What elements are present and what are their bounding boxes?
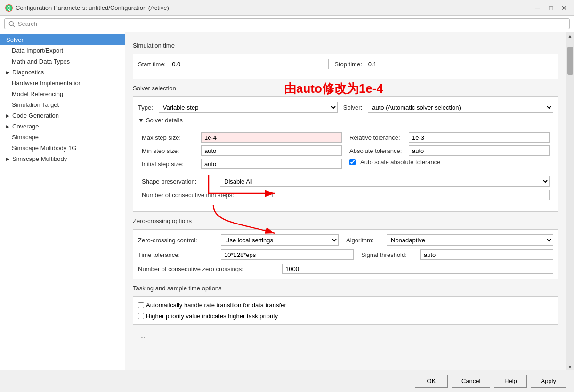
auto-rate-checkbox[interactable] [138, 302, 144, 308]
auto-scale-checkbox[interactable] [349, 159, 356, 165]
content-area: Simulation time Start time: Stop time: [125, 32, 566, 370]
window-title: Configuration Parameters: untitled/Confi… [16, 4, 169, 11]
main-window: Q Configuration Parameters: untitled/Con… [0, 0, 574, 392]
scroll-down-btn[interactable]: ▼ [567, 363, 574, 370]
search-input[interactable] [18, 20, 566, 27]
cancel-button[interactable]: Cancel [452, 375, 490, 388]
sidebar-item-data-import[interactable]: Data Import/Export [0, 45, 125, 56]
rel-tol-label: Relative tolerance: [349, 134, 406, 141]
sidebar-item-simscape-mb-1g[interactable]: Simscape Multibody 1G [0, 143, 125, 153]
consec-zero-input[interactable] [282, 264, 553, 274]
right-col: Relative tolerance: Absolute tolerance: [349, 132, 550, 172]
shape-preservation-label: Shape preservation: [142, 178, 217, 185]
zero-crossing-title: Zero-crossing options [133, 217, 558, 224]
content-scroll-wrapper: Simulation time Start time: Stop time: [125, 32, 574, 370]
title-bar-left: Q Configuration Parameters: untitled/Con… [5, 4, 169, 12]
solver-select[interactable]: auto (Automatic solver selection) [368, 102, 553, 113]
sidebar-simscape-mb-label: Simscape Multibody [12, 155, 67, 162]
algorithm-select[interactable]: Nonadaptive [387, 234, 553, 246]
sidebar-item-hardware[interactable]: Hardware Implementation [0, 78, 125, 88]
maximize-button[interactable]: □ [546, 3, 556, 13]
auto-rate-row: Automatically handle rate transition for… [138, 302, 553, 309]
signal-threshold-input[interactable] [420, 249, 553, 260]
sidebar-item-model-ref[interactable]: Model Referencing [0, 88, 125, 99]
max-step-row: Max step size: [142, 132, 342, 143]
minimize-button[interactable]: ─ [533, 3, 542, 13]
min-step-row: Min step size: [142, 145, 342, 156]
sidebar-coverage-label: Coverage [12, 123, 39, 130]
min-step-label: Min step size: [142, 147, 198, 154]
collapse-icon: ▼ [138, 117, 144, 124]
simulation-time-section: Start time: Stop time: [138, 59, 553, 69]
close-button[interactable]: ✕ [559, 3, 569, 13]
initial-step-label: Initial step size: [142, 160, 198, 168]
simulation-time-title: Simulation time [133, 42, 558, 49]
tasking-title: Tasking and sample time options [133, 285, 558, 292]
app-icon: Q [5, 4, 13, 12]
apply-button[interactable]: Apply [531, 375, 566, 388]
bottom-dots: ... [133, 330, 558, 341]
stop-time-input[interactable] [365, 59, 525, 69]
consec-min-steps-input[interactable] [267, 190, 550, 200]
time-tol-input[interactable] [221, 249, 354, 260]
max-step-input[interactable] [201, 132, 342, 143]
sidebar-item-simscape-mb[interactable]: Simscape Multibody [0, 153, 125, 164]
algorithm-label: Algorithm: [346, 237, 384, 244]
help-button[interactable]: Help [494, 375, 527, 388]
svg-text:Q: Q [7, 6, 11, 11]
left-col: Max step size: Min step size: Initial st… [142, 132, 342, 172]
scrollbar[interactable]: ▲ ▼ [566, 32, 574, 370]
search-bar [0, 16, 574, 32]
main-area: Solver Data Import/Export Math and Data … [0, 32, 574, 370]
rel-tol-input[interactable] [409, 132, 550, 143]
svg-line-3 [13, 25, 14, 26]
solver-details-label: Solver details [146, 117, 183, 124]
svg-point-2 [9, 21, 13, 25]
consec-min-steps-label: Number of consecutive min steps: [142, 192, 264, 199]
sidebar-item-simscape[interactable]: Simscape [0, 132, 125, 143]
higher-priority-label: Higher priority value indicates higher t… [146, 312, 278, 320]
time-tol-row: Time tolerance: Signal threshold: [138, 249, 553, 260]
zero-crossing-control-select[interactable]: Use local settings [221, 234, 339, 246]
time-tol-label: Time tolerance: [138, 251, 218, 258]
solver-selection-title: Solver selection [133, 85, 558, 92]
type-select[interactable]: Variable-step [159, 102, 338, 113]
sidebar-solver-label: Solver [6, 36, 24, 43]
sidebar-item-sim-target[interactable]: Simulation Target [0, 99, 125, 110]
sidebar-item-math-data[interactable]: Math and Data Types [0, 56, 125, 67]
abs-tol-input[interactable] [409, 145, 550, 156]
solver-details-content: Max step size: Min step size: Initial st… [138, 128, 553, 207]
sidebar-item-diagnostics[interactable]: Diagnostics [0, 67, 125, 78]
sidebar-math-data-label: Math and Data Types [12, 58, 70, 65]
sidebar-simscape-mb-1g-label: Simscape Multibody 1G [12, 144, 76, 152]
solver-selection-row: Type: Variable-step Solver: auto (Automa… [138, 102, 553, 113]
auto-rate-label: Automatically handle rate transition for… [146, 302, 286, 309]
ok-button[interactable]: OK [415, 375, 448, 388]
initial-step-row: Initial step size: [142, 159, 342, 169]
scrollbar-thumb[interactable] [567, 47, 573, 75]
consec-zero-label: Number of consecutive zero crossings: [138, 265, 279, 272]
max-step-label: Max step size: [142, 134, 198, 141]
auto-scale-label: Auto scale absolute tolerance [360, 159, 441, 166]
zero-crossing-control-label: Zero-crossing control: [138, 237, 218, 244]
start-time-input[interactable] [169, 59, 329, 69]
higher-priority-checkbox[interactable] [138, 313, 144, 319]
min-step-input[interactable] [201, 145, 342, 156]
shape-preservation-row: Shape preservation: Disable All [142, 176, 550, 187]
start-time-field: Start time: [138, 59, 329, 69]
sidebar-simscape-label: Simscape [12, 134, 39, 141]
window-controls: ─ □ ✕ [533, 3, 569, 13]
signal-threshold-label: Signal threshold: [361, 251, 418, 258]
search-icon [8, 21, 15, 27]
scroll-up-btn[interactable]: ▲ [567, 32, 574, 39]
sidebar-item-code-gen[interactable]: Code Generation [0, 110, 125, 121]
sidebar-item-coverage[interactable]: Coverage [0, 121, 125, 132]
sidebar: Solver Data Import/Export Math and Data … [0, 32, 125, 370]
sidebar-item-solver[interactable]: Solver [0, 34, 125, 45]
initial-step-input[interactable] [201, 159, 342, 169]
sidebar-hardware-label: Hardware Implementation [12, 80, 82, 87]
consec-zero-row: Number of consecutive zero crossings: [138, 264, 553, 274]
sidebar-model-ref-label: Model Referencing [12, 90, 63, 97]
solver-details-toggle[interactable]: ▼ Solver details [138, 117, 553, 124]
shape-preservation-select[interactable]: Disable All [220, 176, 550, 187]
